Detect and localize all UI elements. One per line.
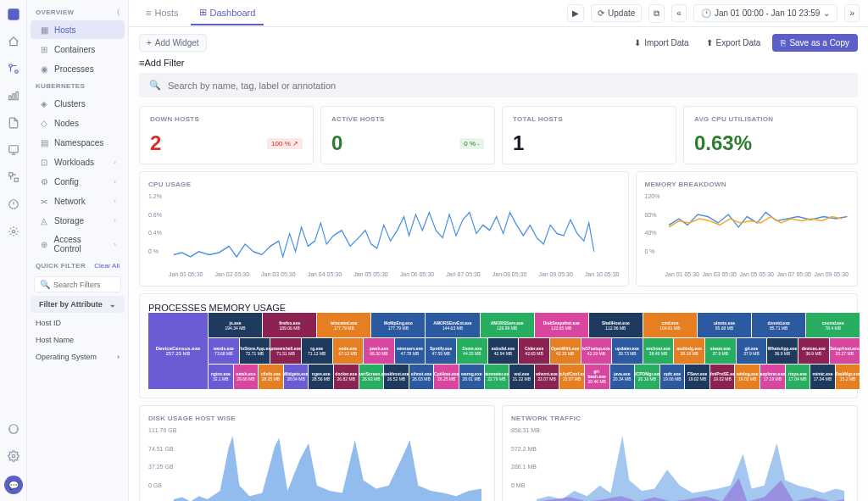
treemap-cell[interactable]: WmiPrvSE.exe19.02 MB (710, 365, 735, 389)
treemap-cell[interactable]: SmartScreen.exe26.92 MB (359, 365, 384, 389)
treemap-cell[interactable]: sihost.exe26.03 MB (409, 365, 434, 389)
sidebar-item-processes[interactable]: ◉Processes (31, 59, 125, 78)
treemap-cell[interactable]: FSevr.exe19.02 MB (685, 365, 709, 389)
collapse-sidebar-icon[interactable]: ⟨ (117, 8, 120, 16)
treemap-cell[interactable]: cmd.exe104.81 MB (643, 313, 697, 337)
time-forward-button[interactable]: » (844, 4, 860, 22)
alerts-icon[interactable] (6, 197, 21, 212)
sidebar-item-containers[interactable]: ⊞Containers (31, 40, 125, 58)
treemap-cell[interactable]: DiskSnapshot.exe122.65 MB (535, 313, 588, 337)
import-data-button[interactable]: ⬇Import Data (629, 35, 693, 51)
copy-button[interactable]: ⧉ (648, 4, 665, 23)
treemap-cell[interactable]: AMORSServ.exe129.99 MB (481, 313, 534, 337)
treemap-cell[interactable]: AMORSEnvExt.exe144.63 MB (426, 313, 479, 337)
pipelines-icon[interactable] (6, 170, 21, 185)
treemap-cell[interactable]: wards.exe73.68 MB (209, 338, 239, 363)
add-filter-button[interactable]: ≡Add Filter (139, 58, 185, 68)
treemap-cell[interactable]: wlwrnt.exe22.07 MB (535, 365, 559, 389)
treemap-cell[interactable]: Zoom.exe44.33 MB (457, 338, 487, 363)
tab-hosts[interactable]: ≡Hosts (137, 1, 187, 25)
sidebar-item-workloads[interactable]: ⊡Workloads› (31, 153, 125, 171)
treemap-cell[interactable]: McApfConf.exe22.07 MB (559, 365, 584, 389)
time-back-button[interactable]: « (671, 4, 687, 22)
treemap-cell[interactable]: CptHost.exe26.25 MB (434, 365, 459, 389)
treemap-cell[interactable]: winoserv.exe47.78 MB (395, 338, 426, 363)
logo-icon[interactable] (6, 7, 21, 22)
treemap-cell[interactable]: taskhost.exe26.52 MB (384, 365, 409, 389)
play-button[interactable]: ▶ (567, 4, 584, 22)
treemap-cell[interactable]: java.exe20.34 MB (610, 365, 635, 389)
treemap-cell[interactable]: DeviceCensus.exe257.23 MB (148, 313, 208, 389)
home-icon[interactable] (6, 34, 21, 49)
treemap-cell[interactable]: Widgets.exe28.04 MB (284, 365, 309, 389)
treemap-cell[interactable]: Spotify.exe47.59 MB (426, 338, 456, 363)
search-input[interactable] (168, 81, 848, 91)
treemap-cell[interactable]: steam.exe37.9 MB (705, 338, 736, 363)
treemap-cell[interactable]: telocated.exe177.79 MB (317, 313, 370, 337)
date-range-picker[interactable]: 🕐 Jan 01 00:00 - Jan 10 23:59 ⌄ (693, 4, 838, 22)
filter-operating-system[interactable]: Operating System› (27, 348, 128, 365)
treemap-cell[interactable]: nginx.exe32.1 MB (209, 365, 233, 389)
treemap-cell[interactable]: mimic.exe17.04 MB (810, 365, 835, 389)
treemap-cell[interactable]: git-bash.exe20.46 MB (585, 365, 609, 389)
treemap-cell[interactable]: ulonto.exe95.68 MB (698, 313, 751, 337)
treemap-cell[interactable]: werng.exe28.01 MB (459, 365, 484, 389)
treemap-cell[interactable]: docker.exe26.82 MB (334, 365, 359, 389)
treemap-cell[interactable]: TaskMgr.exe15.2 MB (836, 365, 860, 389)
treemap-cell[interactable]: rtsys.exe17.04 MB (786, 365, 810, 389)
infra-icon[interactable] (6, 61, 21, 76)
settings-icon[interactable] (6, 448, 21, 464)
treemap-cell[interactable]: devices.exe36.9 MB (798, 338, 829, 363)
filter-host-id[interactable]: Host ID (27, 315, 128, 331)
treemap-cell[interactable]: le57setup.exe42.19 MB (581, 338, 612, 363)
export-data-button[interactable]: ⬆Export Data (701, 35, 766, 51)
support-icon[interactable] (6, 421, 21, 437)
sidebar-item-hosts[interactable]: ▦Hosts (31, 20, 125, 39)
sidebar-item-config[interactable]: ⚙Config› (31, 172, 125, 191)
treemap-cell[interactable]: cncmd.exe78.4 MB (806, 313, 860, 337)
treemap-cell[interactable]: WinStore.App.exe72.71 MB (240, 338, 270, 363)
sidebar-item-access-control[interactable]: ⊕Access Control› (31, 231, 125, 258)
sidebar-item-network[interactable]: ⫘Network› (31, 192, 125, 210)
treemap-cell[interactable]: powershell.exe71.51 MB (270, 338, 301, 363)
sidebar-item-clusters[interactable]: ◈Clusters (31, 94, 125, 113)
treemap-cell[interactable]: esbulid.exe42.94 MB (488, 338, 519, 363)
treemap-cell[interactable]: explorer.exe17.19 MB (760, 365, 785, 389)
treemap-cell[interactable]: WhatsApp.exe36.9 MB (767, 338, 798, 363)
filter-search[interactable]: 🔍 (34, 276, 121, 292)
treemap-cell[interactable]: js.exe194.34 MB (209, 313, 262, 337)
treemap-cell[interactable]: OpenWith.exe42.33 MB (550, 338, 581, 363)
treemap-cell[interactable]: opfc.exe19.06 MB (660, 365, 685, 389)
search-bar[interactable]: 🔍 (139, 73, 858, 97)
treemap-cell[interactable]: cllnfo.exe28.25 MB (259, 365, 283, 389)
filter-host-name[interactable]: Host Name (27, 331, 128, 348)
treemap-cell[interactable]: wsl.exe21.22 MB (509, 365, 534, 389)
treemap-cell[interactable]: Rainmeter.exe22.79 MB (485, 365, 509, 389)
treemap-cell[interactable]: git.exe37.9 MB (737, 338, 767, 363)
update-button[interactable]: ⟳Update (591, 4, 642, 22)
clear-all-link[interactable]: Clear All (94, 262, 120, 270)
filter-search-input[interactable] (53, 281, 129, 289)
treemap-cell[interactable]: Cider.exe42.65 MB (519, 338, 549, 363)
treemap-cell[interactable]: winlog.exe19.02 MB (735, 365, 760, 389)
sidebar-item-namespaces[interactable]: ▤Namespaces (31, 133, 125, 152)
treemap-cell[interactable]: netsh.exe29.66 MB (234, 365, 259, 389)
treemap-cell[interactable]: ngen.exe28.56 MB (309, 365, 333, 389)
tab-dashboard[interactable]: ⊞Dashboard (191, 1, 264, 25)
metrics-icon[interactable] (6, 88, 21, 103)
treemap-cell[interactable]: node.exe67.13 MB (333, 338, 364, 363)
add-widget-button[interactable]: +Add Widget (139, 34, 207, 52)
treemap-cell[interactable]: UCPDMgr.exe20.16 MB (635, 365, 659, 389)
treemap-cell[interactable]: SetupHost.exe35.27 MB (830, 338, 860, 363)
treemap-cell[interactable]: rg.exe71.12 MB (302, 338, 332, 363)
filter-by-attribute[interactable]: Filter by Attribute ⌄ (31, 296, 125, 313)
treemap-cell[interactable]: ShellHost.exe112.96 MB (589, 313, 643, 337)
traces-icon[interactable] (6, 142, 21, 158)
treemap-cell[interactable]: updater.exe39.73 MB (612, 338, 643, 363)
treemap-cell[interactable]: dznotd.exe85.71 MB (752, 313, 805, 337)
sidebar-item-nodes[interactable]: ◇Nodes (31, 114, 125, 132)
treemap-cell[interactable]: svchost.exe38.49 MB (643, 338, 674, 363)
treemap-cell[interactable]: MoMpEng.exe177.79 MB (371, 313, 425, 337)
treemap-cell[interactable]: pwsh.exe66.30 MB (364, 338, 394, 363)
logs-icon[interactable] (6, 115, 21, 131)
